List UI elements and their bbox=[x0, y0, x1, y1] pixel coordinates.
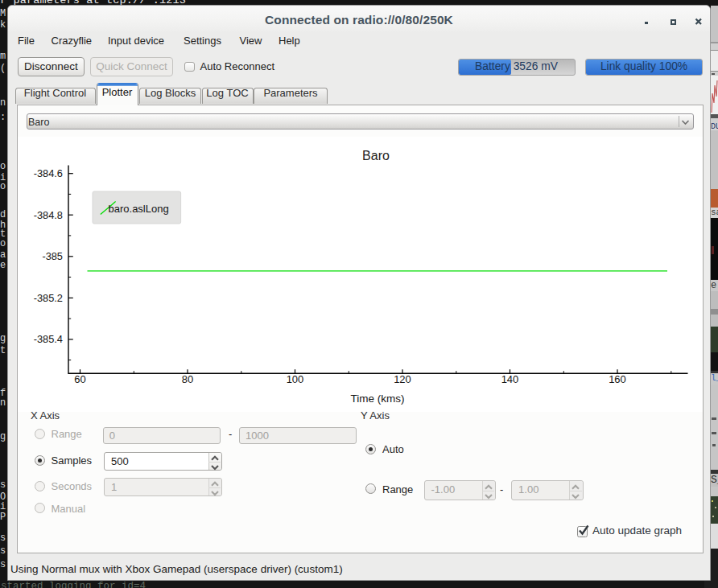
svg-text:120: 120 bbox=[394, 373, 411, 385]
svg-text:160: 160 bbox=[609, 373, 626, 385]
svg-text:-384.6: -384.6 bbox=[34, 167, 63, 179]
svg-text:Time (kms): Time (kms) bbox=[351, 393, 405, 405]
svg-text:-385.2: -385.2 bbox=[34, 292, 63, 304]
svg-text:60: 60 bbox=[74, 373, 85, 385]
svg-text:-384.8: -384.8 bbox=[34, 209, 63, 221]
svg-text:140: 140 bbox=[501, 373, 519, 385]
svg-text:80: 80 bbox=[182, 373, 193, 385]
svg-text:Baro: Baro bbox=[362, 149, 390, 162]
svg-text:baro.aslLong: baro.aslLong bbox=[109, 203, 169, 215]
svg-text:-385.4: -385.4 bbox=[34, 333, 63, 345]
svg-text:100: 100 bbox=[287, 373, 304, 385]
svg-text:-385: -385 bbox=[42, 250, 63, 262]
